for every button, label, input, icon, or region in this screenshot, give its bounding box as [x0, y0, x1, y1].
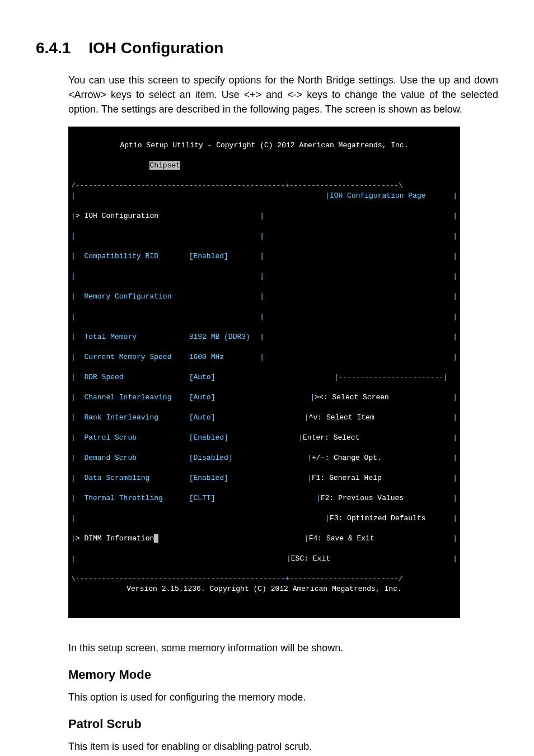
heading-memory-mode: Memory Mode	[68, 668, 498, 682]
bios-demand-label[interactable]: Demand Scrub	[84, 454, 137, 462]
bios-help-l9: ESC: Exit	[291, 554, 330, 563]
intro-paragraph: You can use this screen to specify optio…	[68, 73, 498, 116]
bios-help-l6: F2: Previous Values	[321, 494, 404, 502]
bios-help-l8: F4: Save & Exit	[309, 534, 374, 543]
bios-ddr-value[interactable]: [Auto]	[189, 373, 216, 381]
heading-patrol-scrub: Patrol Scrub	[68, 717, 498, 731]
bios-terminal: Aptio Setup Utility - Copyright (C) 2012…	[68, 127, 460, 618]
paragraph-memory-mode: This option is used for configuring the …	[68, 690, 498, 704]
section-number: 6.4.1	[36, 39, 71, 57]
bios-chan-label[interactable]: Channel Interleaving	[84, 393, 171, 402]
section-title-text: IOH Configuration	[88, 39, 223, 57]
bios-tab-chipset[interactable]: Chipset	[149, 161, 180, 170]
bios-curspeed-label: Current Memory Speed	[84, 353, 171, 361]
bios-demand-value[interactable]: [Disabled]	[189, 454, 233, 462]
bios-help-l2: ^v: Select Item	[309, 413, 374, 422]
bios-footer: Version 2.15.1236. Copyright (C) 2012 Am…	[71, 584, 457, 594]
bios-dimm-info[interactable]: > DIMM Information	[76, 534, 154, 543]
paragraph-patrol-scrub: This item is used for enabling or disabl…	[68, 739, 498, 754]
bios-help-l7: F3: Optimized Defaults	[330, 514, 426, 522]
bios-cursor	[154, 534, 158, 543]
bios-ioh-config[interactable]: > IOH Configuration	[76, 212, 158, 220]
bios-help-title: IOH Configuration Page	[330, 192, 426, 200]
bios-header: Aptio Setup Utility - Copyright (C) 2012…	[71, 141, 457, 151]
section-heading: 6.4.1 IOH Configuration	[36, 39, 498, 57]
bios-help-l1: ><: Select Screen	[315, 393, 389, 402]
bios-screenshot: Aptio Setup Utility - Copyright (C) 2012…	[68, 127, 498, 618]
bios-totalmem-value: 8192 MB (DDR3)	[189, 333, 250, 341]
bios-help-l4: +/-: Change Opt.	[312, 454, 382, 462]
bios-help-l5: F1: General Help	[312, 474, 382, 482]
bios-rank-label[interactable]: Rank Interleaving	[84, 413, 158, 422]
bios-border-bottom: \---------------------------------------…	[71, 575, 403, 583]
bios-scram-label[interactable]: Data Scrambling	[84, 474, 149, 482]
bios-border-top: /---------------------------------------…	[71, 181, 403, 190]
bios-tab-row: Chipset	[71, 161, 457, 171]
bios-chan-value[interactable]: [Auto]	[189, 393, 216, 402]
bios-patrol-label[interactable]: Patrol Scrub	[84, 433, 137, 442]
bios-rank-value[interactable]: [Auto]	[189, 413, 216, 422]
after-bios-paragraph: In this setup screen, some memory inform…	[68, 641, 498, 655]
bios-scram-value[interactable]: [Enabled]	[189, 474, 228, 482]
bios-thermal-label[interactable]: Thermal Throttling	[84, 494, 162, 502]
bios-thermal-value[interactable]: [CLTT]	[189, 494, 216, 502]
bios-compat-label[interactable]: Compatibility RID	[84, 252, 158, 260]
bios-compat-value[interactable]: [Enabled]	[189, 252, 228, 260]
page: 6.4.1 IOH Configuration You can use this…	[0, 0, 534, 756]
bios-curspeed-value: 1600 MHz	[189, 353, 224, 361]
bios-memcfg-title: Memory Configuration	[84, 292, 171, 301]
bios-patrol-value[interactable]: [Enabled]	[189, 433, 228, 442]
bios-help-l3: Enter: Select	[303, 433, 359, 442]
bios-totalmem-label: Total Memory	[84, 333, 137, 341]
bios-ddr-label[interactable]: DDR Speed	[84, 373, 123, 381]
